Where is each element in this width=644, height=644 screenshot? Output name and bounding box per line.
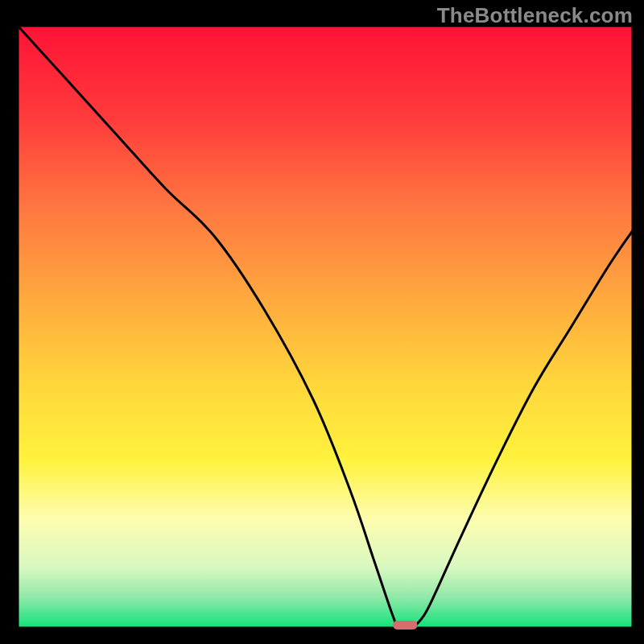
plot-background [18,26,633,628]
bottleneck-chart: TheBottleneck.com [0,0,644,644]
chart-svg [0,0,644,644]
watermark-label: TheBottleneck.com [437,3,633,28]
minimum-marker [393,621,417,630]
